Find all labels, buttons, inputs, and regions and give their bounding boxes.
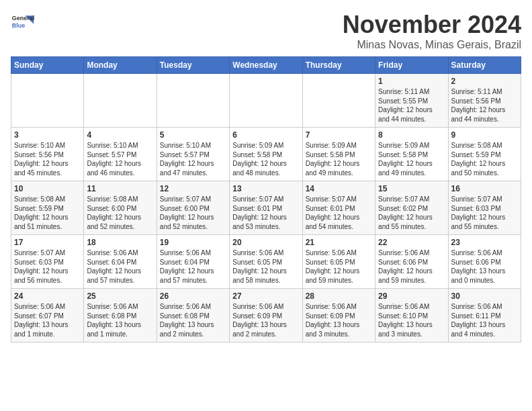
day-cell: 17Sunrise: 5:07 AM Sunset: 6:03 PM Dayli… xyxy=(11,235,84,289)
week-row-3: 10Sunrise: 5:08 AM Sunset: 5:59 PM Dayli… xyxy=(11,181,521,235)
day-cell xyxy=(302,74,375,128)
day-info: Sunrise: 5:06 AM Sunset: 6:06 PM Dayligh… xyxy=(451,248,518,285)
day-cell: 14Sunrise: 5:07 AM Sunset: 6:01 PM Dayli… xyxy=(302,181,375,235)
day-info: Sunrise: 5:09 AM Sunset: 5:58 PM Dayligh… xyxy=(306,141,372,177)
day-cell: 26Sunrise: 5:06 AM Sunset: 6:08 PM Dayli… xyxy=(157,289,229,342)
day-cell: 24Sunrise: 5:06 AM Sunset: 6:07 PM Dayli… xyxy=(11,289,84,342)
day-cell: 3Sunrise: 5:10 AM Sunset: 5:56 PM Daylig… xyxy=(11,128,84,181)
day-cell: 19Sunrise: 5:06 AM Sunset: 6:04 PM Dayli… xyxy=(157,235,229,289)
day-number: 11 xyxy=(87,184,153,193)
day-info: Sunrise: 5:09 AM Sunset: 5:58 PM Dayligh… xyxy=(232,141,299,177)
day-number: 3 xyxy=(14,130,81,140)
day-info: Sunrise: 5:08 AM Sunset: 6:00 PM Dayligh… xyxy=(87,195,153,231)
logo-icon: General Blue xyxy=(11,11,35,35)
day-info: Sunrise: 5:06 AM Sunset: 6:07 PM Dayligh… xyxy=(14,302,81,338)
day-number: 13 xyxy=(232,184,299,193)
week-row-5: 24Sunrise: 5:06 AM Sunset: 6:07 PM Dayli… xyxy=(11,289,521,342)
calendar-body: 1Sunrise: 5:11 AM Sunset: 5:55 PM Daylig… xyxy=(11,74,521,342)
day-info: Sunrise: 5:07 AM Sunset: 6:01 PM Dayligh… xyxy=(306,195,372,231)
day-info: Sunrise: 5:06 AM Sunset: 6:04 PM Dayligh… xyxy=(160,248,226,285)
day-info: Sunrise: 5:06 AM Sunset: 6:06 PM Dayligh… xyxy=(378,248,445,285)
day-number: 23 xyxy=(451,238,518,247)
day-cell: 25Sunrise: 5:06 AM Sunset: 6:08 PM Dayli… xyxy=(84,289,157,342)
col-header-sunday: Sunday xyxy=(11,57,84,74)
day-cell: 16Sunrise: 5:07 AM Sunset: 6:03 PM Dayli… xyxy=(448,181,521,235)
day-info: Sunrise: 5:10 AM Sunset: 5:57 PM Dayligh… xyxy=(87,141,153,177)
day-number: 24 xyxy=(14,291,81,301)
day-info: Sunrise: 5:11 AM Sunset: 5:55 PM Dayligh… xyxy=(378,87,445,124)
day-cell: 18Sunrise: 5:06 AM Sunset: 6:04 PM Dayli… xyxy=(84,235,157,289)
day-number: 22 xyxy=(378,238,445,247)
day-number: 17 xyxy=(14,238,81,247)
day-cell: 11Sunrise: 5:08 AM Sunset: 6:00 PM Dayli… xyxy=(84,181,157,235)
day-number: 10 xyxy=(14,184,81,193)
day-number: 1 xyxy=(378,77,445,86)
day-number: 21 xyxy=(306,238,372,247)
month-title: November 2024 xyxy=(343,11,521,39)
day-number: 5 xyxy=(160,130,226,140)
day-number: 8 xyxy=(378,130,445,140)
day-number: 9 xyxy=(451,130,518,140)
day-info: Sunrise: 5:06 AM Sunset: 6:09 PM Dayligh… xyxy=(306,302,372,338)
col-header-tuesday: Tuesday xyxy=(157,57,229,74)
day-cell: 10Sunrise: 5:08 AM Sunset: 5:59 PM Dayli… xyxy=(11,181,84,235)
day-cell: 2Sunrise: 5:11 AM Sunset: 5:56 PM Daylig… xyxy=(448,74,521,128)
day-number: 26 xyxy=(160,291,226,301)
day-cell: 22Sunrise: 5:06 AM Sunset: 6:06 PM Dayli… xyxy=(375,235,448,289)
day-number: 12 xyxy=(160,184,226,193)
week-row-4: 17Sunrise: 5:07 AM Sunset: 6:03 PM Dayli… xyxy=(11,235,521,289)
day-cell: 15Sunrise: 5:07 AM Sunset: 6:02 PM Dayli… xyxy=(375,181,448,235)
day-info: Sunrise: 5:06 AM Sunset: 6:05 PM Dayligh… xyxy=(232,248,299,285)
day-number: 19 xyxy=(160,238,226,247)
day-info: Sunrise: 5:08 AM Sunset: 5:59 PM Dayligh… xyxy=(451,141,518,177)
day-number: 15 xyxy=(378,184,445,193)
day-info: Sunrise: 5:06 AM Sunset: 6:09 PM Dayligh… xyxy=(232,302,299,338)
day-number: 27 xyxy=(232,291,299,301)
day-number: 20 xyxy=(232,238,299,247)
day-info: Sunrise: 5:06 AM Sunset: 6:11 PM Dayligh… xyxy=(451,302,518,338)
day-info: Sunrise: 5:07 AM Sunset: 6:01 PM Dayligh… xyxy=(232,195,299,231)
day-number: 28 xyxy=(306,291,372,301)
week-row-1: 1Sunrise: 5:11 AM Sunset: 5:55 PM Daylig… xyxy=(11,74,521,128)
calendar-header: SundayMondayTuesdayWednesdayThursdayFrid… xyxy=(11,57,521,74)
day-info: Sunrise: 5:09 AM Sunset: 5:58 PM Dayligh… xyxy=(378,141,445,177)
day-cell: 12Sunrise: 5:07 AM Sunset: 6:00 PM Dayli… xyxy=(157,181,229,235)
col-header-saturday: Saturday xyxy=(448,57,521,74)
day-cell: 6Sunrise: 5:09 AM Sunset: 5:58 PM Daylig… xyxy=(230,128,302,181)
col-header-thursday: Thursday xyxy=(302,57,375,74)
day-info: Sunrise: 5:07 AM Sunset: 6:00 PM Dayligh… xyxy=(160,195,226,231)
day-cell: 20Sunrise: 5:06 AM Sunset: 6:05 PM Dayli… xyxy=(230,235,302,289)
svg-text:General: General xyxy=(12,15,35,21)
day-cell: 23Sunrise: 5:06 AM Sunset: 6:06 PM Dayli… xyxy=(448,235,521,289)
day-cell xyxy=(157,74,229,128)
day-cell: 13Sunrise: 5:07 AM Sunset: 6:01 PM Dayli… xyxy=(230,181,302,235)
day-cell: 5Sunrise: 5:10 AM Sunset: 5:57 PM Daylig… xyxy=(157,128,229,181)
day-cell: 29Sunrise: 5:06 AM Sunset: 6:10 PM Dayli… xyxy=(375,289,448,342)
day-cell: 9Sunrise: 5:08 AM Sunset: 5:59 PM Daylig… xyxy=(448,128,521,181)
day-number: 30 xyxy=(451,291,518,301)
day-cell: 1Sunrise: 5:11 AM Sunset: 5:55 PM Daylig… xyxy=(375,74,448,128)
day-info: Sunrise: 5:08 AM Sunset: 5:59 PM Dayligh… xyxy=(14,195,81,231)
col-header-monday: Monday xyxy=(84,57,157,74)
day-number: 29 xyxy=(378,291,445,301)
day-info: Sunrise: 5:07 AM Sunset: 6:02 PM Dayligh… xyxy=(378,195,445,231)
day-number: 16 xyxy=(451,184,518,193)
day-cell: 27Sunrise: 5:06 AM Sunset: 6:09 PM Dayli… xyxy=(230,289,302,342)
day-info: Sunrise: 5:10 AM Sunset: 5:57 PM Dayligh… xyxy=(160,141,226,177)
day-number: 4 xyxy=(87,130,153,140)
day-number: 2 xyxy=(451,77,518,86)
day-cell xyxy=(230,74,302,128)
day-cell: 7Sunrise: 5:09 AM Sunset: 5:58 PM Daylig… xyxy=(302,128,375,181)
day-number: 7 xyxy=(306,130,372,140)
day-number: 18 xyxy=(87,238,153,247)
day-info: Sunrise: 5:07 AM Sunset: 6:03 PM Dayligh… xyxy=(14,248,81,285)
day-info: Sunrise: 5:07 AM Sunset: 6:03 PM Dayligh… xyxy=(451,195,518,231)
logo: General Blue xyxy=(11,11,35,35)
day-number: 25 xyxy=(87,291,153,301)
svg-text:Blue: Blue xyxy=(12,22,26,29)
title-block: November 2024 Minas Novas, Minas Gerais,… xyxy=(343,11,521,51)
day-cell: 30Sunrise: 5:06 AM Sunset: 6:11 PM Dayli… xyxy=(448,289,521,342)
day-info: Sunrise: 5:06 AM Sunset: 6:05 PM Dayligh… xyxy=(306,248,372,285)
day-info: Sunrise: 5:06 AM Sunset: 6:04 PM Dayligh… xyxy=(87,248,153,285)
day-number: 14 xyxy=(306,184,372,193)
